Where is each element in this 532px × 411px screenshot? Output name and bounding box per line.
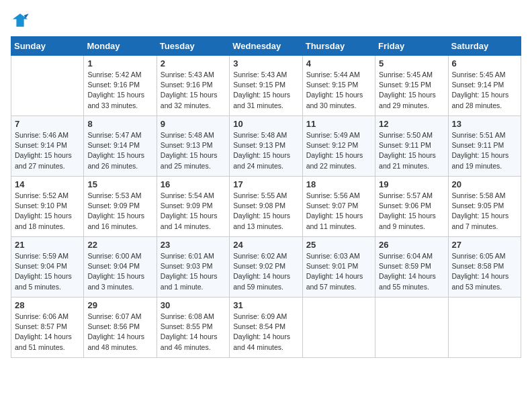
calendar-cell: 10Sunrise: 5:48 AM Sunset: 9:13 PM Dayli…	[230, 116, 302, 177]
day-number: 20	[452, 179, 517, 189]
day-number: 26	[379, 240, 444, 250]
day-number: 16	[161, 179, 226, 189]
day-number: 15	[87, 179, 152, 189]
day-info: Sunrise: 5:43 AM Sunset: 9:16 PM Dayligh…	[161, 70, 226, 111]
calendar-cell: 26Sunrise: 6:04 AM Sunset: 8:59 PM Dayli…	[375, 237, 448, 298]
day-number: 7	[15, 119, 80, 129]
day-number: 18	[306, 179, 371, 189]
day-info: Sunrise: 5:46 AM Sunset: 9:14 PM Dayligh…	[15, 130, 80, 171]
calendar-week-row: 21Sunrise: 5:59 AM Sunset: 9:04 PM Dayli…	[11, 237, 521, 298]
day-info: Sunrise: 5:57 AM Sunset: 9:06 PM Dayligh…	[379, 191, 444, 232]
day-number: 13	[452, 119, 517, 129]
day-of-week-header: Thursday	[302, 37, 375, 56]
calendar-cell: 24Sunrise: 6:02 AM Sunset: 9:02 PM Dayli…	[230, 237, 302, 298]
calendar-cell	[302, 298, 375, 358]
day-info: Sunrise: 5:53 AM Sunset: 9:09 PM Dayligh…	[87, 191, 152, 232]
calendar-cell: 18Sunrise: 5:56 AM Sunset: 9:07 PM Dayli…	[302, 177, 375, 237]
calendar-cell: 6Sunrise: 5:45 AM Sunset: 9:14 PM Daylig…	[448, 56, 521, 116]
calendar-cell: 8Sunrise: 5:47 AM Sunset: 9:14 PM Daylig…	[84, 116, 157, 177]
day-info: Sunrise: 5:51 AM Sunset: 9:11 PM Dayligh…	[452, 130, 517, 171]
day-number: 25	[306, 240, 371, 250]
day-number: 21	[15, 240, 80, 250]
day-number: 12	[379, 119, 444, 129]
day-number: 23	[161, 240, 226, 250]
calendar-cell: 14Sunrise: 5:52 AM Sunset: 9:10 PM Dayli…	[11, 177, 84, 237]
calendar-cell: 17Sunrise: 5:55 AM Sunset: 9:08 PM Dayli…	[230, 177, 302, 237]
calendar-cell: 23Sunrise: 6:01 AM Sunset: 9:03 PM Dayli…	[157, 237, 229, 298]
calendar-cell: 3Sunrise: 5:43 AM Sunset: 9:15 PM Daylig…	[230, 56, 302, 116]
day-info: Sunrise: 5:47 AM Sunset: 9:14 PM Dayligh…	[87, 130, 152, 171]
calendar-cell	[448, 298, 521, 358]
day-info: Sunrise: 6:02 AM Sunset: 9:02 PM Dayligh…	[233, 251, 298, 292]
calendar-body: 1Sunrise: 5:42 AM Sunset: 9:16 PM Daylig…	[11, 56, 521, 358]
day-of-week-header: Tuesday	[157, 37, 229, 56]
day-number: 8	[87, 119, 152, 129]
calendar-cell: 15Sunrise: 5:53 AM Sunset: 9:09 PM Dayli…	[84, 177, 157, 237]
page-header	[11, 11, 521, 30]
day-info: Sunrise: 5:48 AM Sunset: 9:13 PM Dayligh…	[233, 130, 298, 171]
day-of-week-header: Friday	[375, 37, 448, 56]
calendar-header: SundayMondayTuesdayWednesdayThursdayFrid…	[11, 37, 521, 56]
calendar-cell: 11Sunrise: 5:49 AM Sunset: 9:12 PM Dayli…	[302, 116, 375, 177]
day-number: 3	[233, 58, 298, 68]
day-info: Sunrise: 6:06 AM Sunset: 8:57 PM Dayligh…	[15, 312, 80, 353]
calendar-cell: 19Sunrise: 5:57 AM Sunset: 9:06 PM Dayli…	[375, 177, 448, 237]
calendar-week-row: 7Sunrise: 5:46 AM Sunset: 9:14 PM Daylig…	[11, 116, 521, 177]
day-number: 6	[452, 58, 517, 68]
day-number: 31	[233, 300, 298, 310]
day-info: Sunrise: 5:54 AM Sunset: 9:09 PM Dayligh…	[161, 191, 226, 232]
calendar-cell: 31Sunrise: 6:09 AM Sunset: 8:54 PM Dayli…	[230, 298, 302, 358]
logo	[11, 11, 32, 30]
day-info: Sunrise: 5:43 AM Sunset: 9:15 PM Dayligh…	[233, 70, 298, 111]
day-number: 27	[452, 240, 517, 250]
calendar-cell: 22Sunrise: 6:00 AM Sunset: 9:04 PM Dayli…	[84, 237, 157, 298]
day-of-week-header: Wednesday	[230, 37, 302, 56]
day-info: Sunrise: 5:55 AM Sunset: 9:08 PM Dayligh…	[233, 191, 298, 232]
day-number: 17	[233, 179, 298, 189]
day-of-week-header: Sunday	[11, 37, 84, 56]
day-number: 10	[233, 119, 298, 129]
calendar-cell: 27Sunrise: 6:05 AM Sunset: 8:58 PM Dayli…	[448, 237, 521, 298]
calendar-week-row: 28Sunrise: 6:06 AM Sunset: 8:57 PM Dayli…	[11, 298, 521, 358]
calendar-cell: 9Sunrise: 5:48 AM Sunset: 9:13 PM Daylig…	[157, 116, 229, 177]
day-info: Sunrise: 5:56 AM Sunset: 9:07 PM Dayligh…	[306, 191, 371, 232]
day-number: 28	[15, 300, 80, 310]
calendar-cell: 7Sunrise: 5:46 AM Sunset: 9:14 PM Daylig…	[11, 116, 84, 177]
day-info: Sunrise: 6:03 AM Sunset: 9:01 PM Dayligh…	[306, 251, 371, 292]
day-info: Sunrise: 6:07 AM Sunset: 8:56 PM Dayligh…	[87, 312, 152, 353]
day-info: Sunrise: 6:09 AM Sunset: 8:54 PM Dayligh…	[233, 312, 298, 353]
day-number: 30	[161, 300, 226, 310]
calendar-cell: 30Sunrise: 6:08 AM Sunset: 8:55 PM Dayli…	[157, 298, 229, 358]
calendar-cell: 29Sunrise: 6:07 AM Sunset: 8:56 PM Dayli…	[84, 298, 157, 358]
day-info: Sunrise: 5:48 AM Sunset: 9:13 PM Dayligh…	[161, 130, 226, 171]
day-info: Sunrise: 5:42 AM Sunset: 9:16 PM Dayligh…	[87, 70, 152, 111]
day-info: Sunrise: 6:00 AM Sunset: 9:04 PM Dayligh…	[87, 251, 152, 292]
day-info: Sunrise: 5:45 AM Sunset: 9:15 PM Dayligh…	[379, 70, 444, 111]
day-number: 5	[379, 58, 444, 68]
day-info: Sunrise: 6:01 AM Sunset: 9:03 PM Dayligh…	[161, 251, 226, 292]
calendar-week-row: 14Sunrise: 5:52 AM Sunset: 9:10 PM Dayli…	[11, 177, 521, 237]
day-info: Sunrise: 5:52 AM Sunset: 9:10 PM Dayligh…	[15, 191, 80, 232]
calendar-cell: 16Sunrise: 5:54 AM Sunset: 9:09 PM Dayli…	[157, 177, 229, 237]
day-number: 11	[306, 119, 371, 129]
calendar-cell: 28Sunrise: 6:06 AM Sunset: 8:57 PM Dayli…	[11, 298, 84, 358]
calendar-cell: 13Sunrise: 5:51 AM Sunset: 9:11 PM Dayli…	[448, 116, 521, 177]
calendar-cell	[375, 298, 448, 358]
day-number: 4	[306, 58, 371, 68]
calendar-table: SundayMondayTuesdayWednesdayThursdayFrid…	[11, 36, 521, 358]
day-number: 22	[87, 240, 152, 250]
day-info: Sunrise: 5:58 AM Sunset: 9:05 PM Dayligh…	[452, 191, 517, 232]
day-number: 2	[161, 58, 226, 68]
day-info: Sunrise: 5:45 AM Sunset: 9:14 PM Dayligh…	[452, 70, 517, 111]
calendar-week-row: 1Sunrise: 5:42 AM Sunset: 9:16 PM Daylig…	[11, 56, 521, 116]
day-number: 24	[233, 240, 298, 250]
logo-icon	[11, 11, 30, 30]
calendar-cell: 25Sunrise: 6:03 AM Sunset: 9:01 PM Dayli…	[302, 237, 375, 298]
calendar-cell: 12Sunrise: 5:50 AM Sunset: 9:11 PM Dayli…	[375, 116, 448, 177]
day-info: Sunrise: 5:49 AM Sunset: 9:12 PM Dayligh…	[306, 130, 371, 171]
calendar-cell: 2Sunrise: 5:43 AM Sunset: 9:16 PM Daylig…	[157, 56, 229, 116]
day-info: Sunrise: 6:05 AM Sunset: 8:58 PM Dayligh…	[452, 251, 517, 292]
calendar-cell: 4Sunrise: 5:44 AM Sunset: 9:15 PM Daylig…	[302, 56, 375, 116]
day-number: 9	[161, 119, 226, 129]
day-number: 19	[379, 179, 444, 189]
